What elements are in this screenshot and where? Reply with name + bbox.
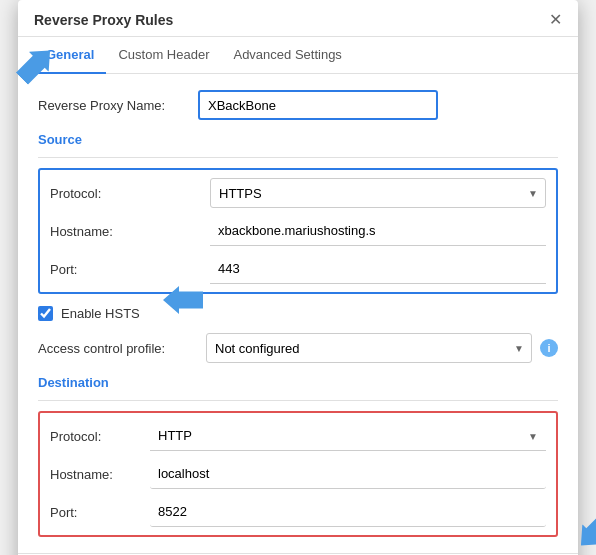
- source-port-row: Port:: [50, 254, 546, 284]
- dest-hostname-input[interactable]: [150, 459, 546, 489]
- close-button[interactable]: ✕: [549, 12, 562, 28]
- source-divider: [38, 157, 558, 158]
- dest-hostname-row: Hostname:: [50, 459, 546, 489]
- dest-protocol-select-wrapper: HTTP HTTPS ▼: [150, 421, 546, 451]
- dialog-content: Reverse Proxy Name: Source Protocol: HTT…: [18, 74, 578, 553]
- enable-hsts-row: Enable HSTS: [38, 306, 558, 321]
- proxy-name-row: Reverse Proxy Name:: [38, 90, 558, 120]
- dest-protocol-select[interactable]: HTTP HTTPS: [150, 421, 546, 451]
- enable-hsts-label[interactable]: Enable HSTS: [61, 306, 140, 321]
- dest-protocol-row: Protocol: HTTP HTTPS ▼: [50, 421, 546, 451]
- tab-custom-header[interactable]: Custom Header: [106, 37, 221, 74]
- source-port-input[interactable]: [210, 254, 546, 284]
- proxy-name-input[interactable]: [198, 90, 438, 120]
- dialog-title-bar: Reverse Proxy Rules ✕: [18, 0, 578, 37]
- dest-port-label: Port:: [50, 505, 150, 520]
- source-protocol-row: Protocol: HTTPS HTTP ▼: [50, 178, 546, 208]
- destination-divider: [38, 400, 558, 401]
- tab-advanced-settings[interactable]: Advanced Settings: [221, 37, 353, 74]
- dest-protocol-label: Protocol:: [50, 429, 150, 444]
- source-protocol-select[interactable]: HTTPS HTTP: [210, 178, 546, 208]
- destination-box: Protocol: HTTP HTTPS ▼ Hostname:: [38, 411, 558, 537]
- dest-hostname-label: Hostname:: [50, 467, 150, 482]
- source-section-title: Source: [38, 132, 558, 147]
- access-control-info-icon[interactable]: i: [540, 339, 558, 357]
- source-box: Protocol: HTTPS HTTP ▼ Hostname: Port:: [38, 168, 558, 294]
- access-control-select-wrapper: Not configured ▼: [206, 333, 532, 363]
- access-control-row: Access control profile: Not configured ▼…: [38, 333, 558, 363]
- dest-port-row: Port:: [50, 497, 546, 527]
- proxy-name-label: Reverse Proxy Name:: [38, 98, 198, 113]
- dest-port-input[interactable]: [150, 497, 546, 527]
- access-control-select[interactable]: Not configured: [206, 333, 532, 363]
- destination-section-title: Destination: [38, 375, 558, 390]
- source-hostname-input[interactable]: [210, 216, 546, 246]
- dialog-title: Reverse Proxy Rules: [34, 12, 173, 28]
- source-port-label: Port:: [50, 262, 210, 277]
- tabs-bar: General Custom Header Advanced Settings: [18, 37, 578, 74]
- source-protocol-label: Protocol:: [50, 186, 210, 201]
- enable-hsts-checkbox[interactable]: [38, 306, 53, 321]
- source-hostname-label: Hostname:: [50, 224, 210, 239]
- access-control-label: Access control profile:: [38, 341, 198, 356]
- destination-section: Destination Protocol: HTTP HTTPS ▼: [38, 375, 558, 537]
- source-hostname-row: Hostname:: [50, 216, 546, 246]
- source-protocol-select-wrapper: HTTPS HTTP ▼: [210, 178, 546, 208]
